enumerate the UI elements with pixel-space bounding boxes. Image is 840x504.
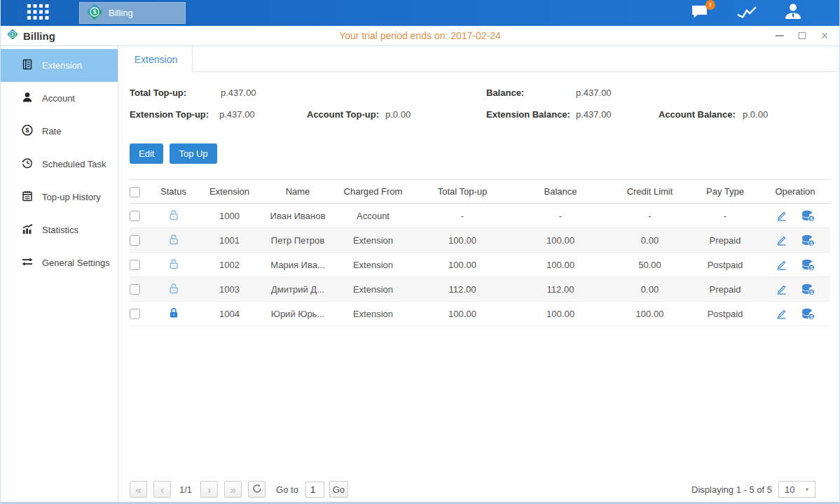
row-checkbox[interactable] bbox=[130, 309, 140, 319]
svg-text:$: $ bbox=[25, 126, 29, 134]
last-page-button[interactable]: » bbox=[224, 481, 242, 498]
balance-label: Balance: bbox=[486, 88, 576, 98]
taskbar-tab-label: Billing bbox=[109, 8, 133, 18]
displaying-text: Displaying 1 - 5 of 5 bbox=[691, 484, 772, 495]
sidebar-item-topup-history[interactable]: Top-up History bbox=[1, 181, 118, 214]
table-row: 1004 Юрий Юрь... Extension 100.00 100.00… bbox=[130, 302, 830, 326]
select-all-checkbox[interactable] bbox=[130, 187, 140, 197]
account-balance-label: Account Balance: bbox=[659, 109, 743, 120]
column-pay-type: Pay Type bbox=[690, 180, 760, 204]
edit-pencil-icon[interactable] bbox=[776, 284, 787, 295]
lock-closed-icon bbox=[167, 311, 180, 321]
account-menu-button[interactable] bbox=[782, 4, 804, 22]
cell-total-topup: 112.00 bbox=[413, 277, 511, 302]
topup-coins-icon[interactable]: $ bbox=[801, 210, 815, 222]
total-topup-label: Total Top-up: bbox=[130, 88, 221, 98]
edit-pencil-icon[interactable] bbox=[776, 259, 787, 271]
row-checkbox[interactable] bbox=[130, 284, 140, 295]
row-checkbox[interactable] bbox=[130, 260, 140, 270]
topup-coins-icon[interactable]: $ bbox=[801, 308, 815, 320]
cell-pay-type: - bbox=[690, 204, 760, 228]
billing-app-icon: $ bbox=[85, 3, 104, 23]
goto-page-input[interactable] bbox=[305, 482, 324, 498]
topup-coins-icon[interactable]: $ bbox=[801, 234, 815, 246]
extension-balance-label: Extension Balance: bbox=[486, 109, 576, 120]
chevron-down-icon: ▼ bbox=[804, 486, 810, 493]
trial-notice: Your trial period ends on: 2017-02-24 bbox=[1, 30, 839, 41]
balance-summary: Total Top-up: p.437.00 Balance: p.437.00… bbox=[118, 72, 839, 125]
svg-text:$: $ bbox=[810, 314, 813, 319]
refresh-button[interactable] bbox=[248, 481, 266, 498]
table-row: 1001 Петр Петров Extension 100.00 100.00… bbox=[130, 228, 830, 253]
edit-pencil-icon[interactable] bbox=[776, 308, 787, 320]
page-size-select[interactable]: 10 ▼ bbox=[778, 481, 815, 498]
total-topup-value: p.437.00 bbox=[221, 88, 486, 98]
topup-coins-icon[interactable]: $ bbox=[801, 284, 815, 295]
first-page-button[interactable]: « bbox=[130, 481, 147, 498]
column-total-topup: Total Top-up bbox=[413, 180, 511, 204]
column-balance: Balance bbox=[511, 180, 610, 204]
cell-extension: 1004 bbox=[196, 302, 263, 326]
cell-charged-from: Extension bbox=[333, 253, 413, 277]
edit-pencil-icon[interactable] bbox=[776, 210, 787, 222]
minimize-button[interactable] bbox=[775, 31, 785, 41]
sidebar-item-extension[interactable]: Extension bbox=[1, 49, 118, 82]
lock-open-icon bbox=[167, 286, 180, 297]
pagination-bar: « ‹ 1/1 › » Go to Go Display bbox=[130, 480, 839, 498]
resource-monitor-button[interactable] bbox=[736, 4, 758, 22]
row-checkbox[interactable] bbox=[130, 235, 140, 246]
sidebar-item-statistics[interactable]: Statistics bbox=[1, 214, 118, 246]
goto-label: Go to bbox=[276, 484, 298, 495]
summary-row-1: Total Top-up: p.437.00 Balance: p.437.00 bbox=[130, 82, 839, 104]
edit-pencil-icon[interactable] bbox=[776, 234, 787, 246]
edit-button[interactable]: Edit bbox=[130, 144, 163, 164]
notifications-button[interactable]: ! bbox=[689, 4, 712, 22]
svg-text:$: $ bbox=[93, 8, 97, 15]
close-button[interactable]: × bbox=[820, 31, 829, 41]
cell-name: Мария Ива... bbox=[263, 253, 333, 277]
maximize-button[interactable] bbox=[797, 31, 807, 41]
next-page-button[interactable]: › bbox=[200, 481, 218, 498]
cell-pay-type: Postpaid bbox=[690, 302, 760, 326]
tab-extension[interactable]: Extension bbox=[120, 46, 193, 73]
cell-extension: 1000 bbox=[196, 204, 263, 228]
window-controls: × bbox=[775, 31, 829, 41]
svg-text:$: $ bbox=[810, 240, 813, 246]
balance-value: p.437.00 bbox=[576, 88, 612, 98]
main-menu-button[interactable] bbox=[22, 0, 54, 26]
apps-grid-icon bbox=[27, 4, 49, 22]
table-row: 1002 Мария Ива... Extension 100.00 100.0… bbox=[130, 253, 830, 277]
taskbar-billing-tab[interactable]: $ Billing bbox=[79, 2, 186, 24]
sidebar-item-general-settings[interactable]: General Settings bbox=[1, 246, 118, 279]
svg-text:$: $ bbox=[810, 216, 813, 221]
topbar-right: ! bbox=[689, 4, 804, 22]
table-row: 1000 Иван Иванов Account - - - - $ bbox=[130, 204, 830, 228]
billing-window-icon: $ bbox=[6, 28, 19, 43]
sidebar-item-label: Statistics bbox=[42, 225, 78, 235]
cell-name: Петр Петров bbox=[263, 228, 333, 253]
sidebar-item-rate[interactable]: $ Rate bbox=[1, 115, 118, 148]
top-up-button[interactable]: Top Up bbox=[170, 144, 216, 164]
cell-balance: - bbox=[511, 204, 610, 228]
dollar-circle-icon: $ bbox=[21, 124, 34, 139]
cell-balance: 100.00 bbox=[511, 302, 610, 326]
go-button[interactable]: Go bbox=[329, 481, 348, 498]
extension-balance-value: p.437.00 bbox=[576, 109, 659, 120]
topup-coins-icon[interactable]: $ bbox=[801, 259, 815, 271]
pagination-right: Displaying 1 - 5 of 5 10 ▼ bbox=[691, 481, 815, 498]
cell-charged-from: Account bbox=[333, 204, 413, 228]
line-chart-icon bbox=[736, 4, 757, 22]
lock-open-icon bbox=[167, 237, 180, 248]
cell-credit-limit: 0.00 bbox=[610, 277, 690, 302]
sidebar-item-label: Account bbox=[42, 93, 75, 104]
sidebar-item-account[interactable]: Account bbox=[1, 82, 118, 115]
cell-pay-type: Prepaid bbox=[690, 228, 760, 253]
sidebar-item-scheduled-task[interactable]: Scheduled Task bbox=[1, 148, 118, 181]
extension-book-icon bbox=[21, 58, 34, 73]
row-checkbox[interactable] bbox=[130, 211, 140, 221]
lock-open-icon bbox=[167, 262, 180, 272]
prev-page-button[interactable]: ‹ bbox=[153, 481, 171, 498]
clock-history-icon bbox=[21, 157, 34, 172]
table-row: 1003 Дмитрий Д... Extension 112.00 112.0… bbox=[130, 277, 830, 302]
column-operation: Operation bbox=[760, 180, 830, 204]
